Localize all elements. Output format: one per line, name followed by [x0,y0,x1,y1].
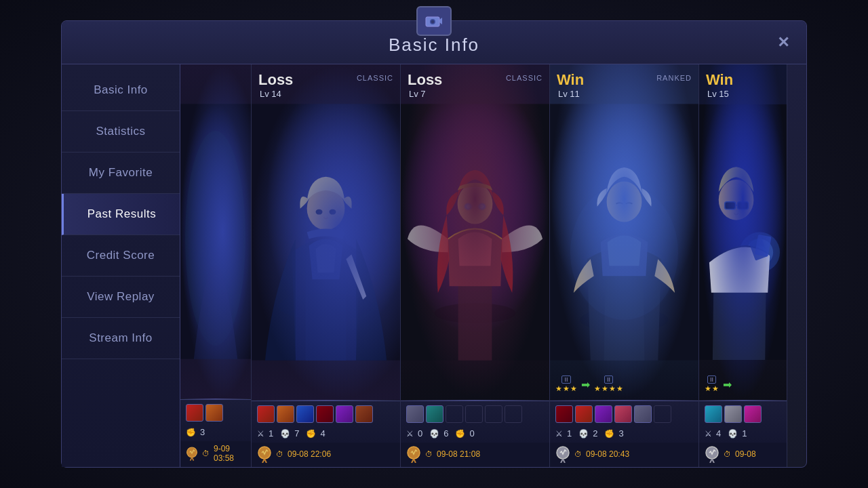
assists-2: 0 [469,428,474,439]
fist-icon-0: ✊ [186,428,196,437]
assists-1: 4 [320,428,325,439]
item-2-1 [426,405,443,423]
svg-line-36 [563,459,565,463]
svg-point-41 [719,180,754,220]
char-illustration-1 [252,64,400,400]
match-card-1[interactable]: Loss CLASSIC Lv 14 [252,64,401,467]
svg-line-29 [414,459,416,463]
svg-point-11 [307,187,345,230]
svg-point-34 [557,447,569,459]
clock-icon-1: ⏱ [276,450,283,458]
date-row-4: ⏱ 09-08 [699,443,787,467]
modal-title: Basic Info [389,35,479,56]
match-bottom-4: ⚔ 4 💀 1 [699,401,787,443]
svg-point-47 [706,447,718,459]
camera-svg [425,14,443,28]
items-row-1 [257,405,395,424]
svg-point-19 [435,303,515,323]
svg-rect-18 [401,104,549,360]
item-3-0 [555,405,573,423]
kill-icon-3: ⚔ [555,429,563,439]
item-1-0 [257,405,275,423]
medal-icon-0 [186,445,198,462]
match-date-2: 09-08 21:08 [437,449,480,459]
char-illustration-4 [699,64,787,400]
kills-3: 1 [567,428,572,439]
match-top-0 [180,64,251,399]
item-4-0 [705,405,722,423]
item-0 [186,404,203,422]
match-level-4: Lv 15 [707,89,729,99]
match-level-1: Lv 14 [260,89,281,99]
svg-point-39 [746,239,773,266]
deaths-2: 6 [443,428,448,439]
match-bottom-3: ⚔ 1 💀 2 ✊ 3 [550,401,698,443]
item-2-3 [465,405,483,423]
backdrop: Basic Info ✕ Basic Info Statistics My Fa… [0,0,868,488]
svg-point-22 [478,203,485,209]
clock-icon-2: ⏱ [425,450,433,458]
kill-icon-1: ⚔ [257,429,264,439]
match-card-3[interactable]: Win RANKED Lv 11 II ★★★ [550,64,699,467]
item-3-1 [575,405,593,423]
sidebar-item-view-replay[interactable]: View Replay [62,277,180,318]
date-row-2: ⏱ 09-08 21:08 [401,443,549,467]
assist-icon-3: ✊ [604,429,614,439]
svg-point-40 [753,245,766,259]
match-top-3: Win RANKED Lv 11 II ★★★ [550,64,698,400]
match-date-4: 09-08 [735,449,756,459]
items-row-2 [406,405,544,424]
svg-rect-42 [725,202,736,209]
rank-progression-4: II ★★ ➡ [705,375,733,393]
content-area[interactable]: ✊ 3 ⏱ 9-09 03:58 [180,64,806,467]
sidebar-item-basic-info[interactable]: Basic Info [62,70,180,111]
match-level-3: Lv 11 [558,89,580,99]
sidebar-item-my-favorite[interactable]: My Favorite [62,152,180,194]
item-2-2 [446,405,463,423]
sidebar: Basic Info Statistics My Favorite Past R… [62,64,180,467]
item-4-1 [724,405,742,423]
svg-point-15 [258,447,271,459]
date-row-0: ⏱ 9-09 03:58 [180,441,251,467]
match-top-2: Loss CLASSIC Lv 7 [401,64,549,400]
death-icon-3: 💀 [578,429,589,439]
svg-point-13 [329,209,336,215]
svg-point-32 [570,185,678,320]
svg-point-33 [607,182,642,222]
sidebar-item-past-results[interactable]: Past Results [62,194,180,235]
date-row-3: ⏱ 09-08 20:43 [550,443,698,467]
match-bottom-1: ⚔ 1 💀 7 ✊ 4 [252,401,400,443]
deaths-4: 1 [742,428,747,439]
result-badge-2: Loss [408,71,442,89]
kills-1: 1 [269,428,273,439]
close-button[interactable]: ✕ [771,30,795,55]
sidebar-item-stream-info[interactable]: Stream Info [62,318,180,359]
deaths-1: 7 [294,428,299,439]
stats-row-3: ⚔ 1 💀 2 ✊ 3 [555,428,693,439]
items-row-0 [186,404,245,423]
svg-point-12 [316,209,323,215]
char-illustration-3 [550,64,698,400]
match-type-2: CLASSIC [506,74,542,82]
item-1-4 [336,405,353,423]
sidebar-item-credit-score[interactable]: Credit Score [62,235,180,277]
rank-progression-3: II ★★★ ➡ II ★★★★ [555,375,623,393]
sidebar-item-statistics[interactable]: Statistics [62,111,180,152]
stats-row-2: ⚔ 0 💀 6 ✊ 0 [406,428,544,439]
svg-point-10 [279,293,373,320]
svg-point-25 [464,203,473,211]
assist-icon-1: ✊ [306,429,316,439]
match-level-2: Lv 7 [409,89,426,99]
match-card-4[interactable]: Win Lv 15 II ★★ ➡ [699,64,787,467]
match-date-0: 9-09 03:58 [214,444,245,463]
match-top-4: Win Lv 15 II ★★ ➡ [699,64,787,400]
match-card-2[interactable]: Loss CLASSIC Lv 7 [401,64,550,467]
death-icon-2: 💀 [429,429,439,439]
svg-point-26 [477,203,486,211]
svg-point-24 [479,205,484,209]
match-card-0[interactable]: ✊ 3 ⏱ 9-09 03:58 [180,64,252,467]
match-bottom-0: ✊ 3 [180,399,251,441]
svg-point-20 [458,184,493,224]
items-row-4 [705,405,781,424]
match-bottom-2: ⚔ 0 💀 6 ✊ 0 [401,401,549,443]
